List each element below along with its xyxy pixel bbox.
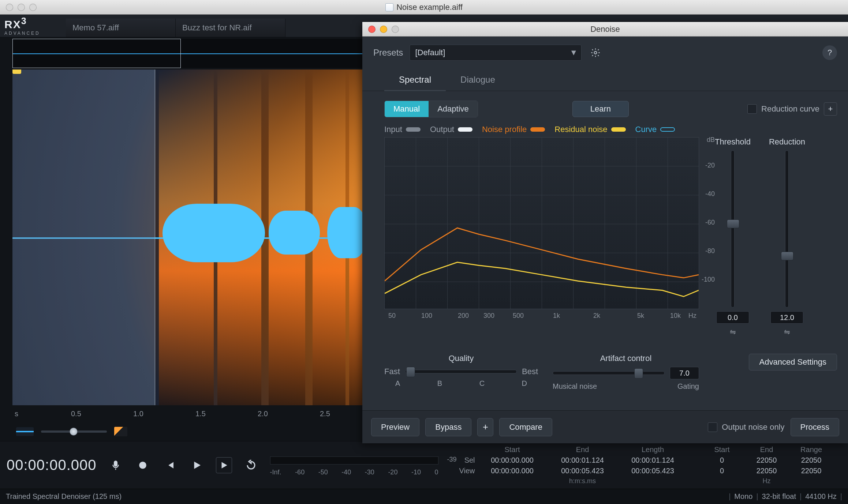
reduction-value[interactable]: 12.0 bbox=[770, 311, 803, 324]
play-selection-icon[interactable] bbox=[216, 457, 232, 473]
mode-segment: Manual Adaptive bbox=[384, 101, 478, 117]
gear-icon[interactable] bbox=[588, 45, 603, 60]
reduction-label: Reduction bbox=[769, 137, 805, 147]
artifact-value[interactable]: 7.0 bbox=[670, 367, 699, 379]
preview-button[interactable]: Preview bbox=[371, 418, 419, 436]
threshold-label: Threshold bbox=[715, 137, 751, 147]
close-icon[interactable] bbox=[368, 26, 376, 33]
presets-label: Presets bbox=[373, 48, 403, 58]
status-bar: Trained Spectral Denoiser (125 ms) |Mono… bbox=[0, 489, 848, 504]
chevron-down-icon: ▼ bbox=[570, 48, 578, 57]
quality-label: Quality bbox=[384, 354, 538, 363]
output-swatch-icon bbox=[458, 127, 472, 132]
denoise-tabs: Spectral Dialogue bbox=[362, 69, 848, 91]
denoise-action-bar: Preview Bypass + Compare Output noise on… bbox=[362, 410, 848, 443]
tab-spectral[interactable]: Spectral bbox=[384, 69, 446, 91]
reduction-curve-label: Reduction curve bbox=[761, 104, 819, 114]
transport-bar: 00:00:00.000 -39 -Inf. -60 -50 -40 -30 -… bbox=[0, 441, 848, 489]
view-start[interactable]: 00:00:00.000 bbox=[479, 467, 545, 475]
artifact-slider[interactable] bbox=[553, 371, 665, 375]
threshold-value[interactable]: 0.0 bbox=[716, 311, 749, 324]
spectrum-graph[interactable]: dB -20 -40 -60 -80 -100 50 100 200 300 5… bbox=[384, 137, 699, 309]
compare-button[interactable]: Compare bbox=[499, 418, 552, 436]
threshold-slider[interactable] bbox=[731, 150, 735, 308]
svg-point-10 bbox=[594, 52, 597, 54]
learn-button[interactable]: Learn bbox=[572, 101, 629, 117]
blend-slider[interactable] bbox=[41, 430, 107, 433]
adaptive-button[interactable]: Adaptive bbox=[429, 101, 478, 117]
bypass-button[interactable]: Bypass bbox=[425, 418, 471, 436]
main-traffic-lights bbox=[0, 4, 37, 11]
status-text: Trained Spectral Denoiser (125 ms) bbox=[6, 492, 122, 501]
add-curve-button[interactable]: + bbox=[824, 102, 837, 116]
record-icon[interactable] bbox=[135, 457, 151, 473]
sel-hz-range[interactable]: 22050 bbox=[791, 456, 832, 464]
spectrogram-mode-icon[interactable] bbox=[114, 427, 127, 436]
file-tab[interactable]: Buzz test for NR.aif bbox=[176, 19, 285, 37]
document-icon bbox=[385, 3, 393, 11]
output-noise-label: Output noise only bbox=[722, 422, 784, 432]
view-end[interactable]: 00:00:05.423 bbox=[550, 467, 616, 475]
reduction-curve-checkbox[interactable] bbox=[747, 104, 757, 114]
level-meter: -39 -Inf. -60 -50 -40 -30 -20 -10 0 bbox=[270, 454, 438, 476]
sel-length[interactable]: 00:00:01.124 bbox=[620, 456, 686, 464]
zoom-icon[interactable] bbox=[392, 26, 399, 33]
view-hz-start[interactable]: 0 bbox=[702, 467, 742, 475]
resid-swatch-icon bbox=[611, 127, 626, 132]
view-hz-end[interactable]: 22050 bbox=[747, 467, 787, 475]
loop-icon[interactable] bbox=[243, 457, 259, 473]
sel-end[interactable]: 00:00:01.124 bbox=[550, 456, 616, 464]
artifact-label: Artifact control bbox=[553, 354, 699, 363]
advanced-settings-button[interactable]: Advanced Settings bbox=[749, 354, 837, 371]
tab-dialogue[interactable]: Dialogue bbox=[446, 69, 510, 91]
curve-swatch-icon bbox=[660, 127, 675, 132]
process-button[interactable]: Process bbox=[791, 418, 839, 436]
app-logo: RX3 ADVANCED bbox=[0, 14, 66, 38]
svg-point-9 bbox=[139, 462, 146, 469]
link-icon[interactable]: ⇋ bbox=[730, 327, 736, 336]
file-tab[interactable]: Memo 57.aiff bbox=[66, 19, 176, 37]
denoise-window: Denoise Presets [Default] ▼ ? Spectral D… bbox=[362, 22, 848, 443]
presets-dropdown[interactable]: [Default] ▼ bbox=[410, 45, 582, 61]
help-icon[interactable]: ? bbox=[822, 45, 837, 60]
rewind-icon[interactable] bbox=[162, 457, 178, 473]
reduction-slider[interactable] bbox=[785, 150, 789, 308]
play-icon[interactable] bbox=[189, 457, 205, 473]
bypass-add-button[interactable]: + bbox=[477, 418, 493, 436]
sel-hz-start[interactable]: 0 bbox=[702, 456, 742, 464]
output-noise-checkbox[interactable] bbox=[708, 422, 717, 432]
graph-legend: Input Output Noise profile Residual nois… bbox=[362, 117, 848, 137]
minimize-icon[interactable] bbox=[18, 4, 25, 11]
sel-start[interactable]: 00:00:00.000 bbox=[479, 456, 545, 464]
main-window-titlebar: Noise example.aiff bbox=[0, 0, 848, 15]
main-window-title: Noise example.aiff bbox=[396, 3, 463, 12]
denoise-title: Denoise bbox=[590, 25, 620, 34]
manual-button[interactable]: Manual bbox=[385, 101, 429, 117]
zoom-icon[interactable] bbox=[29, 4, 37, 11]
view-length[interactable]: 00:00:05.423 bbox=[620, 467, 686, 475]
noise-swatch-icon bbox=[530, 127, 545, 132]
quality-slider[interactable] bbox=[405, 370, 517, 373]
playhead-marker-icon[interactable] bbox=[12, 69, 21, 74]
waveform-mode-icon[interactable] bbox=[16, 427, 34, 436]
minimize-icon[interactable] bbox=[380, 26, 387, 33]
close-icon[interactable] bbox=[6, 4, 13, 11]
sel-hz-end[interactable]: 22050 bbox=[747, 456, 787, 464]
view-hz-range[interactable]: 22050 bbox=[791, 467, 832, 475]
timecode-display: 00:00:00.000 bbox=[7, 457, 97, 473]
selection-ranges: Start End Length Start End Range Sel 00:… bbox=[449, 445, 832, 485]
link-icon[interactable]: ⇋ bbox=[784, 327, 790, 336]
record-arm-icon[interactable] bbox=[108, 457, 124, 473]
input-swatch-icon bbox=[406, 127, 421, 132]
